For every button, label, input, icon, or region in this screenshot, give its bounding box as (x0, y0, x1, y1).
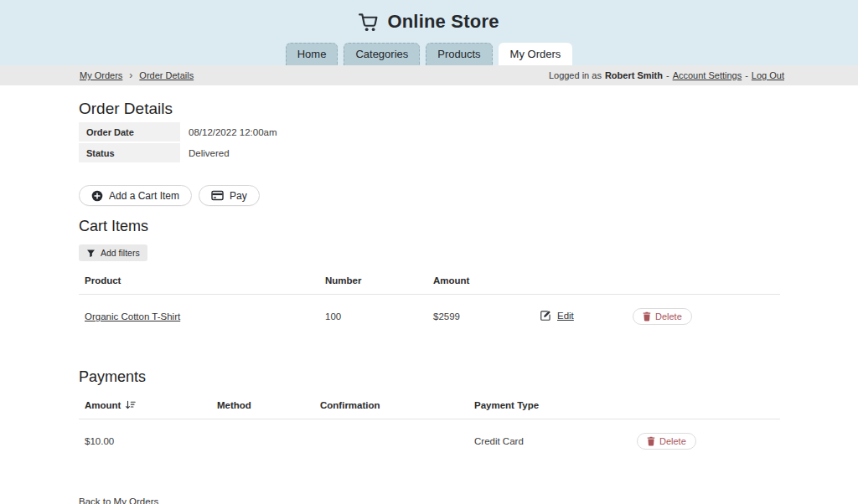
delete-label: Delete (655, 311, 682, 321)
breadcrumb-my-orders-link[interactable]: My Orders (80, 70, 122, 80)
payment-confirmation (314, 419, 468, 465)
footer-nav: Back to My Orders (79, 493, 779, 504)
tab-home[interactable]: Home (286, 43, 339, 65)
credit-card-icon (211, 190, 224, 201)
order-actions: Add a Cart Item Pay (79, 185, 779, 206)
shopping-cart-icon (359, 13, 380, 32)
breadcrumb-bar: My Orders › Order Details Logged in as R… (0, 65, 858, 85)
delete-payment-button[interactable]: Delete (637, 433, 696, 450)
add-filters-button[interactable]: Add filters (79, 244, 147, 261)
column-header-spacer (633, 393, 780, 419)
main-content: Order Details Order Date 08/12/2022 12:0… (0, 100, 858, 504)
column-header-amount: Amount (427, 268, 534, 295)
column-header-number: Number (319, 268, 427, 295)
app-header: Online Store Home Categories Products My… (0, 0, 858, 65)
cart-item-row: Organic Cotton T-Shirt 100 $2599 Edit (79, 295, 780, 341)
edit-pencil-square-icon (540, 310, 551, 321)
tab-my-orders[interactable]: My Orders (499, 43, 573, 65)
plus-circle-icon (91, 190, 103, 202)
column-header-spacer (534, 268, 629, 295)
cart-item-amount: $2599 (427, 295, 534, 341)
column-header-confirmation: Confirmation (314, 393, 468, 419)
app-title-row: Online Store (0, 0, 858, 33)
column-header-amount[interactable]: Amount (79, 393, 211, 419)
payments-table: Amount Method Confirmation Payment Type … (79, 393, 780, 465)
log-out-link[interactable]: Log Out (752, 70, 784, 80)
edit-link[interactable]: Edit (540, 310, 574, 321)
breadcrumb-order-details-link[interactable]: Order Details (139, 70, 194, 80)
account-settings-link[interactable]: Account Settings (673, 70, 742, 80)
add-cart-item-label: Add a Cart Item (109, 190, 179, 202)
payment-type: Credit Card (468, 419, 633, 465)
field-row-status: Status Delivered (79, 143, 779, 162)
payment-amount: $10.00 (79, 419, 211, 465)
sort-amount-icon (125, 400, 136, 410)
field-value: Delivered (180, 143, 230, 162)
trash-icon (647, 436, 655, 446)
logged-in-label: Logged in as (549, 70, 602, 80)
field-value: 08/12/2022 12:00am (180, 122, 277, 141)
main-nav-tabs: Home Categories Products My Orders (0, 43, 858, 65)
tab-products[interactable]: Products (426, 43, 492, 65)
cart-items-table: Product Number Amount Organic Cotton T-S… (79, 268, 780, 340)
column-header-payment-type: Payment Type (468, 393, 633, 419)
add-cart-item-button[interactable]: Add a Cart Item (79, 185, 192, 206)
user-name: Robert Smith (605, 70, 663, 80)
tab-categories[interactable]: Categories (344, 43, 420, 65)
pay-label: Pay (230, 190, 247, 202)
back-to-my-orders-link[interactable]: Back to My Orders (79, 496, 158, 504)
field-label: Status (79, 143, 180, 162)
column-header-product: Product (79, 268, 319, 295)
pay-button[interactable]: Pay (199, 185, 260, 206)
payments-header-row: Amount Method Confirmation Payment Type (79, 393, 780, 419)
payment-row: $10.00 Credit Card Delete (79, 419, 780, 465)
edit-label: Edit (557, 311, 574, 321)
field-label: Order Date (79, 122, 180, 141)
session-info: Logged in as Robert Smith - Account Sett… (549, 70, 784, 80)
payment-method (211, 419, 314, 465)
app-title: Online Store (387, 11, 499, 33)
add-filters-label: Add filters (101, 248, 140, 258)
chevron-right-icon: › (129, 69, 132, 81)
delete-cart-item-button[interactable]: Delete (633, 308, 692, 325)
page-title: Order Details (79, 100, 779, 118)
delete-label: Delete (659, 436, 686, 446)
column-header-method: Method (211, 393, 314, 419)
product-link[interactable]: Organic Cotton T-Shirt (85, 311, 180, 321)
order-details-fields: Order Date 08/12/2022 12:00am Status Del… (79, 122, 779, 162)
payments-heading: Payments (79, 368, 779, 386)
cart-item-number: 100 (319, 295, 427, 341)
separator-dash: - (745, 70, 748, 80)
column-header-spacer (629, 268, 780, 295)
trash-icon (643, 311, 651, 321)
separator-dash: - (666, 70, 669, 80)
cart-items-heading: Cart Items (79, 218, 779, 235)
breadcrumb: My Orders › Order Details (80, 69, 194, 81)
field-row-order-date: Order Date 08/12/2022 12:00am (79, 122, 779, 141)
cart-items-header-row: Product Number Amount (79, 268, 780, 295)
amount-sort-label: Amount (85, 400, 121, 410)
filter-funnel-icon (86, 249, 96, 258)
